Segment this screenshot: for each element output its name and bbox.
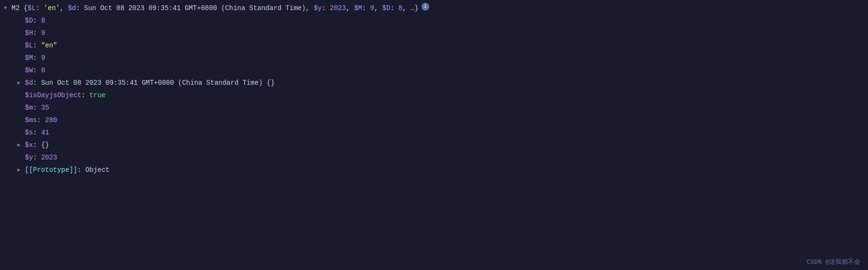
key-L2: $L [25, 40, 33, 51]
expand-arrow-d[interactable] [17, 78, 25, 88]
expand-arrow-prototype[interactable] [17, 165, 25, 175]
key-D-header: $D [382, 3, 390, 13]
val-isDayjsObject: true [89, 90, 106, 101]
key-x: $x [25, 140, 33, 150]
table-row: $isDayjsObject: true [0, 89, 868, 101]
key-W: $W [25, 65, 33, 76]
m2-label: M2 { [12, 3, 28, 13]
val-M-header: 9 [370, 3, 374, 13]
table-row: $ms: 280 [0, 114, 868, 126]
key-d2: $d [25, 78, 33, 88]
ellipsis: … [411, 3, 414, 13]
key-y2: $y [25, 152, 33, 163]
table-row: $D: 8 [0, 14, 868, 27]
expand-arrow-x[interactable] [17, 140, 25, 150]
table-row: $H: 9 [0, 27, 868, 39]
key-D: $D [25, 15, 33, 26]
table-row: $L: "en" [0, 39, 868, 52]
expand-arrow-m2[interactable] [4, 3, 12, 13]
val-d: Sun Oct 08 2023 09:35:41 GMT+0800 (China… [84, 3, 305, 13]
key-ms: $ms [25, 115, 37, 125]
key-y: $y [314, 3, 322, 13]
info-icon[interactable]: i [422, 3, 429, 11]
val-prototype: Object [85, 165, 109, 175]
key-m: $m [25, 102, 33, 113]
val-L: 'en' [44, 3, 60, 13]
val-y-header: 2023 [330, 3, 346, 13]
key-M-header: $M [354, 3, 362, 13]
val-D-header: 8 [399, 3, 402, 13]
table-row[interactable]: M2 {$L: 'en', $d: Sun Oct 08 2023 09:35:… [0, 2, 868, 14]
watermark-label: CSDN @这我都不会 [807, 258, 860, 266]
table-row: $y: 2023 [0, 151, 868, 164]
console-panel: M2 {$L: 'en', $d: Sun Oct 08 2023 09:35:… [0, 0, 868, 270]
val-L2: "en" [41, 40, 58, 51]
key-d: $d [68, 3, 76, 13]
val-y2: 2023 [41, 152, 58, 163]
val-x: {} [41, 140, 49, 150]
table-row: $m: 35 [0, 101, 868, 114]
table-row[interactable]: $d: Sun Oct 08 2023 09:35:41 GMT+0800 (C… [0, 77, 868, 89]
table-row: $M: 9 [0, 52, 868, 64]
val-s: 41 [41, 127, 49, 138]
table-row: $W: 0 [0, 64, 868, 77]
val-d2: Sun Oct 08 2023 09:35:41 GMT+0800 (China… [41, 78, 267, 88]
key-M: $M [25, 53, 33, 63]
val-W: 0 [41, 65, 45, 76]
key-H: $H [25, 28, 33, 38]
val-D: 8 [41, 15, 45, 26]
table-row[interactable]: [[Prototype]]: Object [0, 164, 868, 176]
val-H: 9 [41, 28, 45, 38]
key-prototype: [[Prototype]] [25, 165, 77, 175]
key-s: $s [25, 127, 33, 138]
val-m: 35 [41, 102, 49, 113]
table-row[interactable]: $x: {} [0, 139, 868, 151]
key-isDayjsObject: $isDayjsObject [25, 90, 82, 101]
val-M: 9 [41, 53, 45, 63]
key-L: $L [28, 3, 36, 13]
val-ms: 280 [45, 115, 57, 125]
table-row: $s: 41 [0, 126, 868, 139]
